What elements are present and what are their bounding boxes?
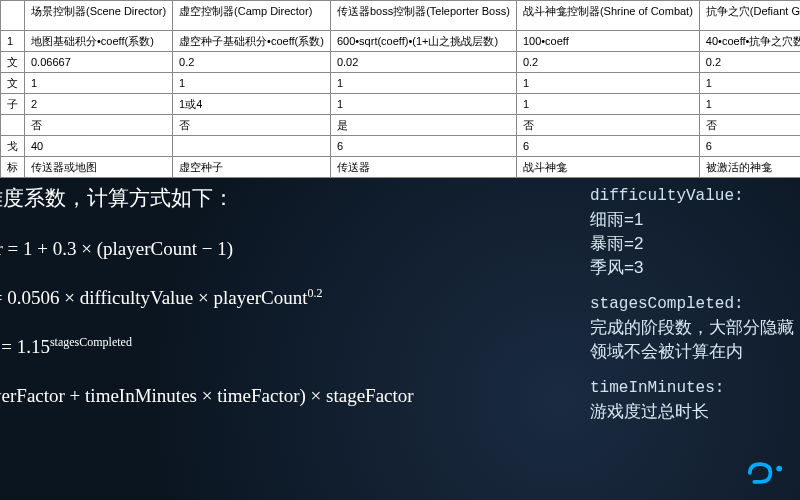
col-header: 战斗神龛控制器(Shrine of Combat): [516, 1, 699, 31]
table-cell: 0.02: [330, 52, 516, 73]
intro-text: ff为难度系数，计算方式如下：: [0, 184, 586, 212]
table-cell: 1: [173, 73, 331, 94]
table-row: 文0.066670.20.020.20.20.2: [1, 52, 801, 73]
table-cell: 是: [330, 115, 516, 136]
table-cell: 传送器或地图: [25, 157, 173, 178]
formula-panel: ff为难度系数，计算方式如下： yerFactor = 1 + 0.3 × (p…: [0, 178, 586, 456]
row-lead-cell: 文: [1, 52, 25, 73]
col-header: 抗争之穴(Defiant Gouge): [699, 1, 800, 31]
table-cell: 1: [25, 73, 173, 94]
table-cell: 否: [173, 115, 331, 136]
table-cell: 虚空种子基础积分•coeff(系数): [173, 31, 331, 52]
table-row: 子21或41111: [1, 94, 801, 115]
col-header: 虚空控制器(Camp Director): [173, 1, 331, 31]
table-row: 否否是否否否: [1, 115, 801, 136]
table-row: 1地图基础积分•coeff(系数)虚空种子基础积分•coeff(系数)600•s…: [1, 31, 801, 52]
table-cell: 1: [330, 94, 516, 115]
table-cell: 1或4: [173, 94, 331, 115]
stages-completed-text2: 领域不会被计算在内: [590, 340, 796, 364]
time-in-minutes-text: 游戏度过总时长: [590, 400, 796, 424]
table-cell: 0.06667: [25, 52, 173, 73]
table-row: 标传送器或地图虚空种子传送器战斗神龛被激活的神龛四柱或深: [1, 157, 801, 178]
formula-time-factor: eFactor = 0.0506 × difficultyValue × pla…: [0, 286, 586, 309]
table-cell: 0.2: [173, 52, 331, 73]
table-cell: 否: [25, 115, 173, 136]
difficulty-monsoon: 季风=3: [590, 256, 796, 280]
table-cell: 1: [330, 73, 516, 94]
table-cell: [173, 136, 331, 157]
watermark-logo-icon: [744, 458, 788, 492]
row-header-blank: [1, 1, 25, 31]
row-lead-cell: 1: [1, 31, 25, 52]
table-cell: 1: [699, 94, 800, 115]
formula-coeff: ff = (playerFactor + timeInMinutes × tim…: [0, 385, 586, 407]
table-cell: 地图基础积分•coeff(系数): [25, 31, 173, 52]
table-cell: 2: [25, 94, 173, 115]
variable-explain-panel: difficultyValue: 细雨=1 暴雨=2 季风=3 stagesCo…: [586, 178, 800, 456]
director-comparison-table: 场景控制器(Scene Director)虚空控制器(Camp Director…: [0, 0, 800, 178]
table-cell: 传送器: [330, 157, 516, 178]
table-cell: 否: [516, 115, 699, 136]
col-header: 场景控制器(Scene Director): [25, 1, 173, 31]
time-in-minutes-key: timeInMinutes:: [590, 376, 796, 400]
difficulty-rainstorm: 暴雨=2: [590, 232, 796, 256]
table-cell: 40: [25, 136, 173, 157]
formula-stage-factor: geFactor = 1.15stagesCompleted: [0, 335, 586, 358]
row-lead-cell: 戈: [1, 136, 25, 157]
row-lead-cell: 文: [1, 73, 25, 94]
table-row: 戈4066612: [1, 136, 801, 157]
table-cell: 600•sqrt(coeff)•(1+山之挑战层数): [330, 31, 516, 52]
stages-completed-text1: 完成的阶段数，大部分隐藏: [590, 316, 796, 340]
table-row: 文111111: [1, 73, 801, 94]
table-cell: 6: [516, 136, 699, 157]
table-cell: 1: [516, 73, 699, 94]
table-cell: 6: [330, 136, 516, 157]
table-cell: 否: [699, 115, 800, 136]
row-lead-cell: 子: [1, 94, 25, 115]
table-cell: 100•coeff: [516, 31, 699, 52]
table-cell: 被激活的神龛: [699, 157, 800, 178]
difficulty-drizzle: 细雨=1: [590, 208, 796, 232]
table-cell: 6: [699, 136, 800, 157]
row-lead-cell: [1, 115, 25, 136]
difficulty-value-key: difficultyValue:: [590, 184, 796, 208]
formula-player-factor: yerFactor = 1 + 0.3 × (playerCount − 1): [0, 238, 586, 260]
table-cell: 战斗神龛: [516, 157, 699, 178]
table-cell: 1: [699, 73, 800, 94]
table-cell: 1: [516, 94, 699, 115]
table-cell: 虚空种子: [173, 157, 331, 178]
stages-completed-key: stagesCompleted:: [590, 292, 796, 316]
svg-point-0: [776, 466, 782, 472]
row-lead-cell: 标: [1, 157, 25, 178]
table-cell: 40•coeff•抗争之穴数量: [699, 31, 800, 52]
table-cell: 0.2: [516, 52, 699, 73]
col-header: 传送器boss控制器(Teleporter Boss): [330, 1, 516, 31]
table-cell: 0.2: [699, 52, 800, 73]
